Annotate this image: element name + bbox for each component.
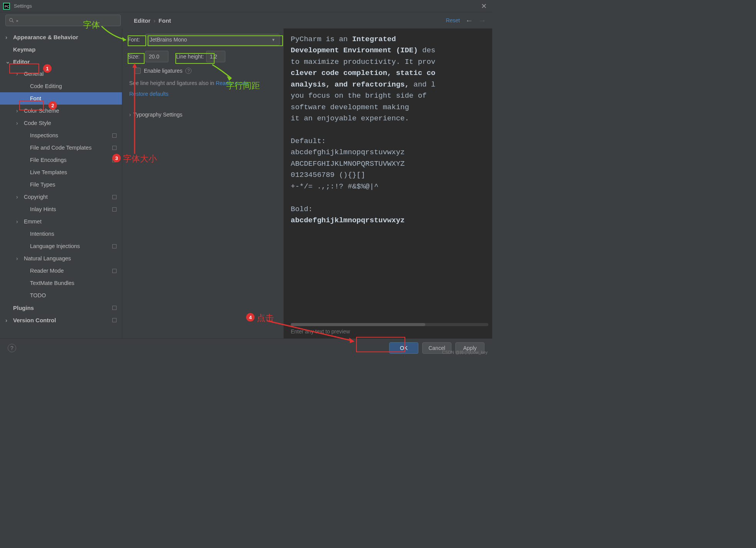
chevron-icon: ›	[16, 218, 22, 225]
tree-item-label: Version Control	[13, 317, 56, 323]
scope-indicator-icon	[112, 146, 117, 150]
tree-item-file-types[interactable]: File Types	[0, 178, 122, 191]
tree-item-label: Keymap	[13, 46, 35, 53]
help-button[interactable]: ?	[8, 344, 16, 352]
preview-text-input[interactable]: Enter any text to preview	[291, 328, 350, 336]
reader-mode-hint: See line height and ligatures also in Re…	[128, 80, 280, 86]
tree-item-language-injections[interactable]: Language Injections	[0, 240, 122, 252]
tree-item-reader-mode[interactable]: Reader Mode	[0, 265, 122, 277]
settings-tree[interactable]: ›Appearance & BehaviorKeymap⌄Editor›Gene…	[0, 28, 122, 338]
dropdown-icon: ▼	[271, 38, 275, 42]
chevron-icon: ›	[16, 194, 22, 200]
tree-item-todo[interactable]: TODO	[0, 289, 122, 301]
tree-item-label: Live Templates	[30, 169, 67, 175]
tree-item-label: Editor	[13, 58, 30, 65]
scope-indicator-icon	[112, 158, 117, 162]
tree-item-label: Font	[30, 95, 41, 102]
scope-indicator-icon	[112, 207, 117, 212]
tree-item-code-style[interactable]: ›Code Style	[0, 117, 122, 129]
chevron-icon: ›	[5, 34, 12, 40]
restore-defaults-link[interactable]: Restore defaults	[128, 91, 168, 97]
font-settings-form: Font: JetBrains Mono ▼ Size: 20.0 Line h…	[122, 28, 284, 338]
filter-arrow-icon: ▸	[17, 18, 18, 23]
font-combo[interactable]: JetBrains Mono ▼	[145, 34, 280, 45]
breadcrumb: Editor › Font	[134, 17, 171, 24]
search-input[interactable]: ▸	[5, 15, 121, 26]
tree-item-label: Reader Mode	[30, 268, 64, 274]
tree-item-file-encodings[interactable]: File Encodings	[0, 154, 122, 166]
tree-item-intentions[interactable]: Intentions	[0, 228, 122, 240]
chevron-right-icon: ›	[129, 112, 131, 118]
tree-item-label: Color Scheme	[24, 108, 59, 114]
breadcrumb-root[interactable]: Editor	[134, 17, 150, 24]
help-icon[interactable]: ?	[185, 68, 191, 74]
tree-item-appearance-behavior[interactable]: ›Appearance & Behavior	[0, 31, 122, 43]
tree-item-label: Appearance & Behavior	[13, 34, 78, 40]
svg-text:PC: PC	[5, 5, 10, 8]
lineheight-label: Line height:	[176, 53, 204, 60]
ok-button[interactable]: OK	[389, 342, 418, 354]
tree-item-editor[interactable]: ⌄Editor	[0, 55, 122, 68]
scope-indicator-icon	[112, 195, 117, 199]
tree-item-live-templates[interactable]: Live Templates	[0, 166, 122, 178]
size-label: Size:	[128, 53, 143, 60]
lineheight-input[interactable]: 1.2	[206, 51, 225, 62]
tree-item-label: File and Code Templates	[30, 145, 92, 151]
tree-item-natural-languages[interactable]: ›Natural Languages	[0, 252, 122, 265]
reset-link[interactable]: Reset	[446, 17, 460, 23]
scope-indicator-icon	[112, 318, 117, 322]
typography-settings-toggle[interactable]: › Typography Settings	[128, 112, 280, 118]
tree-item-code-editing[interactable]: Code Editing	[0, 80, 122, 92]
chevron-icon: ›	[16, 120, 22, 126]
tree-item-label: General	[24, 71, 44, 77]
preview-scrollbar[interactable]	[291, 323, 488, 326]
tree-item-textmate-bundles[interactable]: TextMate Bundles	[0, 277, 122, 289]
font-label: Font:	[128, 37, 143, 43]
checkbox-icon	[135, 68, 141, 74]
tree-item-general[interactable]: ›General	[0, 68, 122, 80]
chevron-icon: ⌄	[5, 58, 12, 65]
tree-item-label: File Encodings	[30, 157, 67, 163]
ligatures-checkbox[interactable]: Enable ligatures ?	[135, 68, 280, 74]
scope-indicator-icon	[112, 269, 117, 273]
scope-indicator-icon	[112, 244, 117, 248]
tree-item-plugins[interactable]: Plugins	[0, 301, 122, 314]
tree-item-label: Language Injections	[30, 243, 80, 249]
tree-item-label: Code Editing	[30, 83, 62, 89]
window-title: Settings	[14, 3, 32, 9]
close-icon[interactable]: ✕	[479, 2, 489, 10]
tree-item-label: Emmet	[24, 218, 42, 225]
chevron-icon: ›	[16, 108, 22, 114]
tree-item-version-control[interactable]: ›Version Control	[0, 314, 122, 326]
tree-item-inspections[interactable]: Inspections	[0, 129, 122, 142]
tree-item-inlay-hints[interactable]: Inlay Hints	[0, 203, 122, 215]
tree-item-font[interactable]: Font	[0, 92, 122, 105]
size-input[interactable]: 20.0	[145, 51, 168, 62]
tree-item-keymap[interactable]: Keymap	[0, 43, 122, 55]
scope-indicator-icon	[112, 306, 117, 310]
font-preview[interactable]: PyCharm is an Integrated Development Env…	[284, 28, 492, 338]
reader-mode-link[interactable]: Reader mode	[216, 80, 248, 86]
nav-back-icon[interactable]: ←	[465, 16, 473, 25]
font-value: JetBrains Mono	[150, 37, 187, 43]
svg-line-4	[12, 21, 14, 23]
tree-item-label: Inspections	[30, 132, 58, 138]
tree-item-label: Copyright	[24, 194, 48, 200]
watermark: CSDN @帅小伙low_key	[442, 350, 488, 355]
breadcrumb-leaf: Font	[158, 17, 171, 24]
tree-item-label: Plugins	[13, 305, 34, 311]
tree-item-label: File Types	[30, 182, 55, 188]
chevron-right-icon: ›	[153, 17, 155, 24]
nav-forward-icon: →	[478, 16, 486, 25]
tree-item-label: TextMate Bundles	[30, 280, 74, 286]
tree-item-file-and-code-templates[interactable]: File and Code Templates	[0, 142, 122, 154]
tree-item-label: Inlay Hints	[30, 206, 56, 212]
tree-item-label: Natural Languages	[24, 255, 71, 262]
tree-item-label: Code Style	[24, 120, 51, 126]
tree-item-copyright[interactable]: ›Copyright	[0, 191, 122, 203]
pycharm-icon: PC	[3, 3, 10, 10]
tree-item-emmet[interactable]: ›Emmet	[0, 215, 122, 228]
search-icon	[9, 18, 14, 23]
tree-item-color-scheme[interactable]: ›Color Scheme	[0, 105, 122, 117]
tree-item-label: Intentions	[30, 231, 54, 237]
